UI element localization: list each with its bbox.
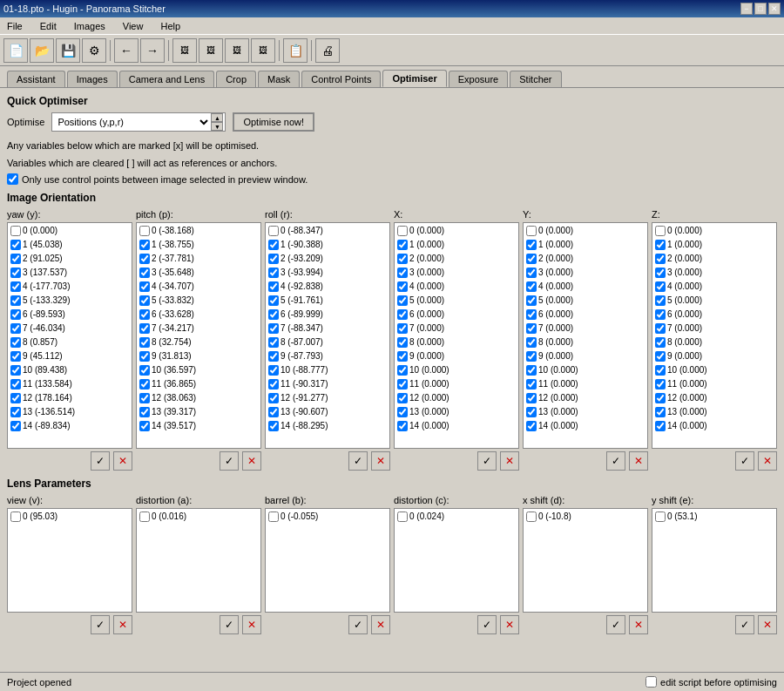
toolbar-img4[interactable]: 🖼 bbox=[251, 38, 275, 63]
orient-checkbox-2-7[interactable] bbox=[268, 323, 279, 334]
orient-checkbox-1-13[interactable] bbox=[139, 407, 150, 417]
orient-checkbox-1-9[interactable] bbox=[139, 351, 150, 362]
menu-help[interactable]: Help bbox=[157, 19, 184, 33]
toolbar-open[interactable]: 📂 bbox=[30, 38, 54, 63]
orient-checkbox-3-9[interactable] bbox=[397, 351, 408, 362]
orient-checkbox-5-14[interactable] bbox=[655, 421, 666, 431]
lens-check-btn-0[interactable]: ✓ bbox=[91, 615, 110, 634]
orient-checkbox-4-6[interactable] bbox=[526, 309, 537, 320]
tab-assistant[interactable]: Assistant bbox=[7, 71, 65, 87]
orient-checkbox-1-14[interactable] bbox=[139, 421, 150, 431]
orient-checkbox-0-5[interactable] bbox=[10, 295, 21, 306]
orient-checkbox-1-8[interactable] bbox=[139, 337, 150, 348]
lens-x-btn-1[interactable]: ✕ bbox=[242, 615, 261, 634]
maximize-button[interactable]: □ bbox=[754, 3, 767, 15]
orient-checkbox-1-3[interactable] bbox=[139, 268, 150, 278]
orient-checkbox-1-6[interactable] bbox=[139, 309, 150, 320]
orient-checkbox-5-11[interactable] bbox=[655, 379, 666, 390]
orient-checkbox-4-10[interactable] bbox=[526, 365, 537, 376]
lens-check-btn-2[interactable]: ✓ bbox=[348, 615, 368, 634]
orient-checkbox-0-3[interactable] bbox=[10, 268, 21, 278]
orient-checkbox-0-6[interactable] bbox=[10, 309, 21, 320]
minimize-button[interactable]: − bbox=[740, 3, 753, 15]
orient-check-btn-2[interactable]: ✓ bbox=[348, 451, 368, 471]
orient-checkbox-1-10[interactable] bbox=[139, 365, 150, 376]
orient-checkbox-1-11[interactable] bbox=[139, 379, 150, 390]
orient-checkbox-5-8[interactable] bbox=[655, 337, 666, 348]
orient-checkbox-3-6[interactable] bbox=[397, 309, 408, 320]
toolbar-new[interactable]: 📄 bbox=[3, 38, 28, 63]
menu-edit[interactable]: Edit bbox=[37, 19, 60, 33]
orient-checkbox-3-13[interactable] bbox=[397, 407, 408, 417]
orient-checkbox-4-11[interactable] bbox=[526, 379, 537, 390]
orient-checkbox-5-6[interactable] bbox=[655, 309, 666, 320]
lens-x-btn-0[interactable]: ✕ bbox=[113, 615, 132, 634]
orient-checkbox-0-7[interactable] bbox=[10, 323, 21, 334]
orient-checkbox-0-12[interactable] bbox=[10, 393, 21, 403]
optimise-select[interactable]: Positions (y,p,r) Positions and View (y,… bbox=[54, 113, 211, 131]
orient-checkbox-3-12[interactable] bbox=[397, 393, 408, 403]
orient-checkbox-0-2[interactable] bbox=[10, 254, 21, 264]
lens-check-btn-5[interactable]: ✓ bbox=[735, 615, 754, 634]
orient-checkbox-3-7[interactable] bbox=[397, 323, 408, 334]
orient-checkbox-0-14[interactable] bbox=[10, 421, 21, 431]
tab-optimiser[interactable]: Optimiser bbox=[382, 70, 446, 87]
orient-checkbox-5-12[interactable] bbox=[655, 393, 666, 403]
orient-checkbox-4-2[interactable] bbox=[526, 254, 537, 264]
orient-x-btn-1[interactable]: ✕ bbox=[242, 451, 261, 471]
orient-check-btn-4[interactable]: ✓ bbox=[606, 451, 625, 471]
orient-checkbox-4-0[interactable] bbox=[526, 226, 537, 236]
orient-checkbox-3-14[interactable] bbox=[397, 421, 408, 431]
toolbar-img2[interactable]: 🖼 bbox=[199, 38, 223, 63]
toolbar-print[interactable]: 🖨 bbox=[315, 38, 340, 63]
orient-checkbox-0-13[interactable] bbox=[10, 407, 21, 417]
optimise-spin-up[interactable]: ▲ bbox=[211, 113, 223, 122]
orient-checkbox-3-5[interactable] bbox=[397, 295, 408, 306]
edit-script-checkbox[interactable] bbox=[645, 676, 657, 688]
orient-checkbox-2-4[interactable] bbox=[268, 281, 279, 292]
orient-checkbox-3-8[interactable] bbox=[397, 337, 408, 348]
orient-x-btn-4[interactable]: ✕ bbox=[629, 451, 648, 471]
lens-x-btn-5[interactable]: ✕ bbox=[758, 615, 777, 634]
orient-checkbox-0-10[interactable] bbox=[10, 365, 21, 376]
lens-x-btn-3[interactable]: ✕ bbox=[500, 615, 519, 634]
toolbar-undo[interactable]: ← bbox=[114, 38, 139, 63]
lens-checkbox-5-0[interactable] bbox=[655, 511, 666, 522]
toolbar-save[interactable]: 💾 bbox=[56, 38, 80, 63]
orient-checkbox-0-8[interactable] bbox=[10, 337, 21, 348]
orient-checkbox-2-8[interactable] bbox=[268, 337, 279, 348]
orient-check-btn-0[interactable]: ✓ bbox=[91, 451, 110, 471]
orient-checkbox-3-3[interactable] bbox=[397, 268, 408, 278]
lens-checkbox-3-0[interactable] bbox=[397, 511, 408, 522]
orient-checkbox-4-5[interactable] bbox=[526, 295, 537, 306]
orient-checkbox-2-5[interactable] bbox=[268, 295, 279, 306]
orient-checkbox-0-9[interactable] bbox=[10, 351, 21, 362]
orient-checkbox-5-2[interactable] bbox=[655, 254, 666, 264]
orient-checkbox-4-13[interactable] bbox=[526, 407, 537, 417]
orient-checkbox-4-9[interactable] bbox=[526, 351, 537, 362]
orient-checkbox-5-1[interactable] bbox=[655, 240, 666, 250]
orient-checkbox-3-4[interactable] bbox=[397, 281, 408, 292]
orient-checkbox-0-1[interactable] bbox=[10, 240, 21, 250]
orient-checkbox-5-7[interactable] bbox=[655, 323, 666, 334]
orient-checkbox-2-3[interactable] bbox=[268, 268, 279, 278]
menu-images[interactable]: Images bbox=[71, 19, 109, 33]
lens-check-btn-4[interactable]: ✓ bbox=[606, 615, 625, 634]
lens-x-btn-4[interactable]: ✕ bbox=[629, 615, 648, 634]
optimise-now-button[interactable]: Optimise now! bbox=[233, 112, 314, 132]
orient-checkbox-4-12[interactable] bbox=[526, 393, 537, 403]
menu-file[interactable]: File bbox=[3, 19, 26, 33]
orient-checkbox-2-1[interactable] bbox=[268, 240, 279, 250]
orient-checkbox-2-6[interactable] bbox=[268, 309, 279, 320]
tab-mask[interactable]: Mask bbox=[258, 71, 300, 87]
lens-checkbox-1-0[interactable] bbox=[139, 511, 150, 522]
orient-checkbox-4-1[interactable] bbox=[526, 240, 537, 250]
lens-check-btn-3[interactable]: ✓ bbox=[477, 615, 497, 634]
orient-checkbox-4-4[interactable] bbox=[526, 281, 537, 292]
orient-check-btn-1[interactable]: ✓ bbox=[220, 451, 239, 471]
orient-checkbox-4-8[interactable] bbox=[526, 337, 537, 348]
close-button[interactable]: ✕ bbox=[768, 3, 781, 15]
tab-control-points[interactable]: Control Points bbox=[301, 71, 381, 87]
orient-checkbox-5-0[interactable] bbox=[655, 226, 666, 236]
toolbar-settings[interactable]: ⚙ bbox=[82, 38, 106, 63]
